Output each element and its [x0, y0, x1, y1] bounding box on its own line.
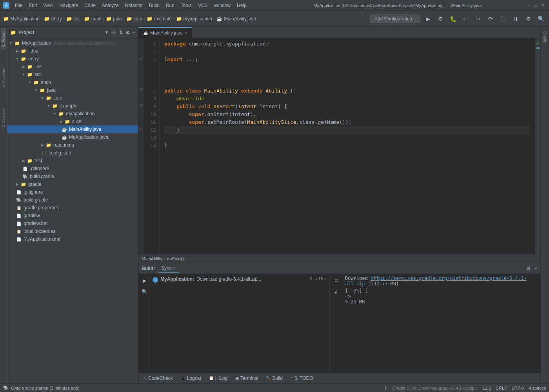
- indent-setting[interactable]: 4 spaces: [529, 386, 546, 390]
- tree-libs[interactable]: ▶ 📁 libs: [7, 63, 138, 71]
- breadcrumb-main[interactable]: 📁 main: [84, 16, 101, 22]
- tree-local-properties[interactable]: 📋 local.properties: [7, 227, 138, 235]
- bottom-tab-codecheck[interactable]: ⚠ CodeCheck: [142, 375, 175, 382]
- maximize-button[interactable]: □: [533, 3, 539, 8]
- build-tab-sync[interactable]: Sync ×: [158, 264, 179, 273]
- bottom-tab-hilog[interactable]: 📋 HiLog: [207, 375, 229, 382]
- tab-close-button[interactable]: ×: [185, 31, 187, 35]
- breadcrumb-src[interactable]: 📁 src: [66, 16, 80, 22]
- line-ending[interactable]: CRLF: [496, 386, 507, 390]
- tree-entry[interactable]: ▼ 📁 entry: [7, 55, 138, 63]
- breadcrumb-example[interactable]: 📁 example: [147, 16, 172, 22]
- build-rerun-icon[interactable]: ▶: [139, 276, 149, 286]
- build-fold-icon[interactable]: ≡: [331, 276, 341, 286]
- build-inspect-icon[interactable]: 🔍: [139, 287, 149, 297]
- sidebar-tab-structure[interactable]: 3: Structure: [1, 105, 6, 130]
- menu-run[interactable]: Run: [163, 2, 178, 9]
- breadcrumb-java[interactable]: 📁 java: [106, 16, 122, 22]
- fold-icon-3[interactable]: ▷: [140, 56, 143, 60]
- breadcrumb-myapplication[interactable]: 📁 MyApplication: [3, 16, 40, 22]
- bottom-tab-logcat[interactable]: 📱 Logcat: [179, 375, 203, 382]
- build-close-icon[interactable]: −: [534, 265, 537, 272]
- build-log-item-1[interactable]: ↻ MyApplication: Download gradle-5.4.1-a…: [151, 276, 328, 283]
- fold-icon-9[interactable]: ▽: [140, 103, 143, 107]
- sync-tab-close[interactable]: ×: [173, 266, 176, 270]
- build-settings-icon[interactable]: ⚙: [526, 265, 531, 272]
- undo-button[interactable]: ↩: [460, 14, 471, 24]
- reload-button[interactable]: ⟳: [485, 14, 496, 24]
- tree-gradle-properties[interactable]: 📋 gradle.properties: [7, 204, 138, 212]
- stop-button[interactable]: ⏸: [511, 14, 521, 24]
- tree-build-gradle-entry[interactable]: 🐘 build.gradle: [7, 172, 138, 180]
- cursor-position[interactable]: 12:6: [483, 386, 491, 390]
- add-configuration-button[interactable]: Add Configuration...: [370, 15, 420, 23]
- build-wrap-icon[interactable]: ↲: [331, 287, 341, 297]
- bottom-tab-todo[interactable]: ≡ 6: TODO: [289, 375, 314, 382]
- run-button[interactable]: ▶: [423, 14, 433, 24]
- menu-edit[interactable]: Edit: [25, 2, 40, 9]
- tree-gitignore-entry[interactable]: 📄 .gitignore: [7, 165, 138, 172]
- tree-src[interactable]: ▼ 📁 src: [7, 71, 138, 78]
- project-minimize-icon[interactable]: −: [132, 30, 135, 35]
- project-sort-icon[interactable]: ⇅: [119, 30, 123, 35]
- tree-gitignore-root[interactable]: 📄 .gitignore: [7, 188, 138, 196]
- sidebar-tab-favorites[interactable]: 2: Favorites: [1, 65, 6, 90]
- tree-build-gradle-root[interactable]: 🐘 build.gradle: [7, 196, 138, 204]
- bottom-tab-build[interactable]: 🔨 Build: [264, 375, 284, 382]
- code-editor[interactable]: package com.example.myapplication; impor…: [160, 38, 535, 254]
- menu-analyze[interactable]: Analyze: [99, 2, 122, 9]
- fold-icon-7[interactable]: ▽: [140, 87, 143, 92]
- menu-refactor[interactable]: Refactor: [122, 2, 146, 9]
- build-download-link[interactable]: https://services.gradle.org/distribution…: [345, 276, 526, 287]
- breadcrumb-class[interactable]: MainAbility: [142, 256, 162, 261]
- tree-gradle[interactable]: ▶ 📁 gradle: [7, 180, 138, 188]
- menu-view[interactable]: View: [40, 2, 56, 9]
- tree-test[interactable]: ▶ 📁 test: [7, 157, 138, 165]
- sync-button[interactable]: ⬛: [498, 14, 508, 24]
- tree-com[interactable]: ▼ 📁 com: [7, 94, 138, 102]
- tree-myapplication-java[interactable]: ☕ MyApplication.java: [7, 133, 138, 141]
- debug-button[interactable]: 🐛: [448, 14, 458, 24]
- menu-code[interactable]: Code: [81, 2, 99, 9]
- right-tab-gradle[interactable]: Gradle: [542, 28, 548, 46]
- project-add-icon[interactable]: ➕: [111, 30, 117, 35]
- menu-navigate[interactable]: Navigate: [56, 2, 81, 9]
- close-button[interactable]: ×: [540, 3, 546, 8]
- fold-icon-12[interactable]: ▷: [140, 127, 143, 131]
- editor-tab-mainability[interactable]: ☕ MainAbility.java ×: [138, 27, 192, 38]
- breadcrumb-entry[interactable]: 📁 entry: [44, 16, 62, 22]
- bottom-tab-terminal[interactable]: ▣ Terminal: [234, 375, 260, 382]
- tree-example[interactable]: ▼ 📁 example: [7, 102, 138, 110]
- search-everywhere-button[interactable]: 🔍: [536, 14, 546, 24]
- charset[interactable]: UTF-8: [512, 386, 524, 390]
- minimize-button[interactable]: −: [526, 3, 532, 8]
- tree-gradlew-bat[interactable]: 📄 gradlew.bat: [7, 220, 138, 227]
- tree-myapplication-iml[interactable]: 📄 MyApplication.iml: [7, 235, 138, 243]
- menu-window[interactable]: Window: [211, 2, 234, 9]
- menu-build[interactable]: Build: [146, 2, 163, 9]
- build-panel-header: Build: Sync × ⚙ −: [138, 263, 540, 274]
- tree-mainability-java[interactable]: ☕ MainAbility.java: [7, 125, 138, 133]
- menu-file[interactable]: File: [12, 2, 25, 9]
- menu-vcs[interactable]: VCS: [195, 2, 211, 9]
- redo-button[interactable]: ↪: [473, 14, 483, 24]
- project-dropdown[interactable]: ▼: [105, 30, 109, 34]
- tree-gradlew[interactable]: 📄 gradlew: [7, 212, 138, 220]
- tree-config-json[interactable]: { } config.json: [7, 149, 138, 157]
- tree-java[interactable]: ▼ 📁 java: [7, 86, 138, 94]
- tree-main[interactable]: ▼ 📁 main: [7, 78, 138, 86]
- tree-idea[interactable]: ▶ 📁 .idea: [7, 47, 138, 55]
- tree-resources[interactable]: ▶ 📁 resources: [7, 141, 138, 149]
- breadcrumb-com[interactable]: 📁 com: [126, 16, 142, 22]
- tree-myapplication-pkg[interactable]: ▼ 📁 myapplication: [7, 110, 138, 118]
- menu-tools[interactable]: Tools: [178, 2, 195, 9]
- project-settings-icon[interactable]: ⚙: [125, 30, 130, 35]
- tree-root-myapplication[interactable]: ▼ 📁 MyApplication D:\Documents\DevEcoStu…: [7, 39, 138, 47]
- sidebar-tab-project[interactable]: 1: Project: [1, 28, 6, 49]
- breadcrumb-method[interactable]: onStart(): [167, 256, 184, 261]
- breadcrumb-myapplication-pkg[interactable]: 📁 myapplication: [176, 16, 212, 22]
- menu-help[interactable]: Help: [234, 2, 250, 9]
- profile-button[interactable]: ⚙: [435, 14, 445, 24]
- tree-slice[interactable]: ▶ 📁 slice: [7, 118, 138, 125]
- settings-button[interactable]: ⚙: [523, 14, 533, 24]
